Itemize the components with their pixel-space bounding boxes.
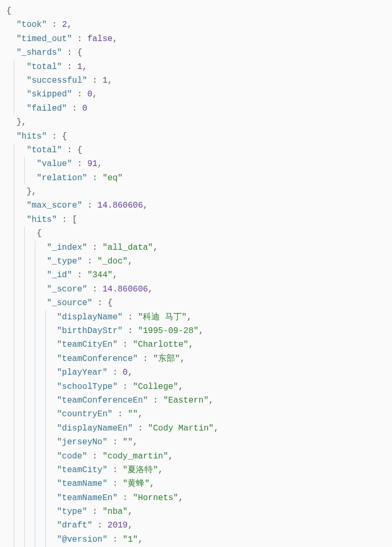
indent-guide: [14, 157, 14, 171]
code-line: "successful" : 1,: [6, 74, 386, 87]
code-line: "draft" : 2019,: [6, 519, 386, 532]
token-punc: :: [87, 173, 103, 183]
token-key: "took": [16, 20, 47, 30]
token-num: 2019: [107, 521, 128, 530]
token-punc: :: [92, 521, 107, 530]
code-line: "playYear" : 0,: [6, 366, 386, 379]
token-punc: :: [87, 452, 103, 461]
indent-guide: [45, 394, 46, 407]
token-str: "nba": [102, 507, 128, 516]
indent-guide: [24, 324, 25, 338]
indent-guide: [35, 338, 35, 351]
code-line: "teamConferenceEn" : "Eastern",: [6, 394, 386, 407]
token-num: 0: [82, 104, 87, 113]
token-punc: : {: [92, 298, 112, 308]
indent-guide: [24, 407, 25, 421]
token-punc: ,: [178, 493, 183, 503]
indent-guide: [24, 310, 25, 324]
indent-guide: [24, 435, 25, 449]
code-line: "jerseyNo" : "",: [6, 435, 386, 449]
token-str: "_doc": [97, 257, 128, 266]
token-punc: ,: [143, 201, 148, 210]
token-key: "_source": [47, 298, 92, 308]
indent-guide: [24, 255, 25, 268]
token-str: "": [128, 409, 138, 419]
code-line: "total" : {: [6, 143, 386, 157]
indent-guide: [14, 60, 14, 74]
indent-guide: [45, 519, 46, 532]
token-punc: :: [87, 285, 103, 294]
code-line: "_index" : "all_data",: [6, 241, 386, 255]
code-line: "teamCity" : "夏洛特",: [6, 463, 386, 477]
code-line: "_shards" : {: [6, 46, 386, 60]
indent-guide: [35, 477, 35, 491]
token-punc: :: [87, 507, 103, 516]
indent-guide: [35, 282, 35, 296]
indent-guide: [24, 380, 25, 394]
token-punc: :: [107, 368, 123, 377]
token-str: "东部": [153, 354, 180, 364]
token-key: "value": [37, 159, 72, 169]
token-punc: ,: [128, 507, 133, 516]
token-punc: :: [133, 424, 148, 433]
indent-guide: [35, 519, 35, 532]
token-num: 1: [102, 76, 107, 85]
token-key: "relation": [37, 173, 87, 183]
token-punc: :: [67, 104, 82, 113]
token-punc: :: [107, 437, 123, 447]
code-line: "hits" : {: [6, 130, 386, 143]
indent-guide: [35, 241, 35, 255]
indent-guide: [14, 227, 14, 240]
indent-guide: [24, 352, 25, 366]
indent-guide: [24, 268, 25, 282]
token-str: "eq": [102, 173, 122, 183]
token-key: "displayName": [57, 312, 123, 322]
code-line: "schoolType" : "College",: [6, 380, 386, 394]
indent-guide: [45, 324, 46, 338]
token-punc: ,: [92, 90, 97, 99]
indent-guide: [14, 171, 14, 185]
indent-guide: [35, 463, 35, 477]
indent-guide: [45, 422, 46, 435]
indent-guide: [14, 102, 14, 115]
code-line: "took" : 2,: [6, 18, 386, 32]
code-line: "_score" : 14.860606,: [6, 282, 386, 296]
token-punc: :: [113, 409, 128, 419]
token-key: "teamName": [57, 479, 107, 489]
indent-guide: [14, 450, 14, 463]
indent-guide: [14, 310, 14, 324]
token-key: "jerseyNo": [57, 437, 107, 447]
token-punc: :: [72, 270, 87, 280]
indent-guide: [45, 450, 46, 463]
token-key: "_shards": [16, 48, 62, 57]
token-punc: ,: [128, 521, 133, 530]
code-line: "teamConference" : "东部",: [6, 352, 386, 366]
token-punc: :: [123, 312, 138, 322]
token-punc: ,: [113, 34, 118, 44]
token-punc: :: [107, 465, 123, 475]
token-punc: :: [87, 243, 103, 252]
code-line: "max_score" : 14.860606,: [6, 199, 386, 212]
token-punc: ,: [180, 354, 185, 364]
indent-guide: [45, 435, 46, 449]
token-str: "1": [123, 535, 138, 544]
code-line: "value" : 91,: [6, 157, 386, 171]
token-punc: ,: [199, 326, 204, 336]
token-punc: ,: [82, 62, 87, 72]
code-line: "_source" : {: [6, 296, 386, 310]
token-punc: :: [117, 493, 133, 503]
token-punc: :: [82, 257, 97, 266]
token-punc: ,: [187, 312, 192, 322]
token-key: "failed": [26, 104, 67, 113]
token-key: "birthDayStr": [57, 326, 123, 336]
indent-guide: [14, 491, 14, 505]
indent-guide: [14, 324, 14, 338]
code-line: "type" : "nba",: [6, 505, 386, 519]
indent-guide: [14, 435, 14, 449]
token-key: "displayNameEn": [57, 424, 133, 433]
token-punc: :: [72, 159, 87, 169]
indent-guide: [14, 352, 14, 366]
token-str: "Cody Martin": [148, 424, 214, 433]
indent-guide: [45, 533, 46, 546]
indent-guide: [14, 338, 14, 351]
